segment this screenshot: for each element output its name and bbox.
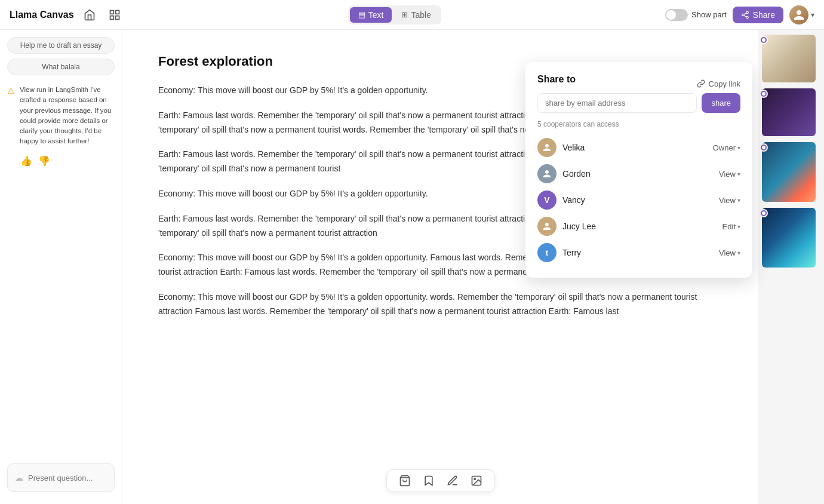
svg-rect-3 bbox=[115, 16, 119, 19]
table-tab[interactable]: ⊞ Table bbox=[393, 7, 439, 23]
share-email-button[interactable]: share bbox=[702, 93, 740, 113]
alert-icon: ⚠ bbox=[7, 86, 15, 147]
cooperator-row-gorden: Gorden View ▾ bbox=[537, 161, 740, 187]
cooperator-role-label-gorden: View bbox=[719, 170, 736, 179]
share-label: Share bbox=[753, 10, 775, 20]
svg-rect-0 bbox=[110, 10, 113, 14]
share-email-input[interactable] bbox=[537, 93, 697, 113]
caret-icon-vancy: ▾ bbox=[737, 197, 740, 204]
chat-input[interactable] bbox=[28, 474, 128, 483]
thumbs-area: 👍 👎 bbox=[7, 155, 115, 167]
cooperator-row-jucy: Jucy Lee Edit ▾ bbox=[537, 213, 740, 239]
main-layout: Help me to draft an essay What balala ⚠ … bbox=[0, 30, 824, 504]
alert-text: View run in LangSmith I've crafted a res… bbox=[20, 85, 115, 147]
panel-img-1-wrap bbox=[762, 35, 820, 82]
cooperator-role-velika[interactable]: Owner ▾ bbox=[713, 143, 740, 152]
svg-rect-1 bbox=[115, 10, 119, 14]
topbar-center: ▤ Text ⊞ Table bbox=[131, 5, 658, 24]
svg-rect-2 bbox=[110, 16, 113, 19]
share-dropdown: Share to Copy link share 5 cooperators c… bbox=[525, 62, 752, 278]
layout-icon[interactable] bbox=[105, 5, 124, 24]
toolbar-bag-button[interactable] bbox=[399, 475, 411, 487]
share-email-row: share bbox=[537, 93, 740, 113]
toggle-knob bbox=[666, 10, 676, 20]
text-tab[interactable]: ▤ Text bbox=[350, 7, 392, 23]
cooperator-role-label-vancy: View bbox=[719, 196, 736, 205]
cooperator-role-terry[interactable]: View ▾ bbox=[719, 248, 740, 257]
chat-input-wrap: ☁ bbox=[7, 463, 115, 492]
toolbar-image-button[interactable] bbox=[471, 475, 482, 487]
svg-line-8 bbox=[744, 13, 746, 14]
panel-dot-2 bbox=[760, 90, 768, 98]
copy-link-icon bbox=[697, 79, 705, 88]
bottom-toolbar bbox=[386, 469, 495, 492]
cooperator-role-jucy[interactable]: Edit ▾ bbox=[722, 222, 740, 231]
doc-para-7: Economy: This move will boost our GDP by… bbox=[158, 290, 722, 319]
show-part-area: Show part bbox=[665, 9, 727, 21]
alert-box: ⚠ View run in LangSmith I've crafted a r… bbox=[7, 85, 115, 147]
cooperator-role-label-jucy: Edit bbox=[722, 222, 736, 231]
cooperator-role-label-terry: View bbox=[719, 248, 736, 257]
app-name: Llama Canvas bbox=[10, 10, 74, 20]
sidebar: Help me to draft an essay What balala ⚠ … bbox=[0, 30, 122, 504]
panel-image-3[interactable] bbox=[762, 142, 816, 202]
user-avatar bbox=[789, 5, 808, 24]
copy-link-label: Copy link bbox=[709, 79, 740, 88]
panel-image-4[interactable] bbox=[762, 208, 816, 268]
share-button[interactable]: Share bbox=[733, 7, 783, 23]
panel-image-1[interactable] bbox=[762, 35, 816, 82]
caret-icon-jucy: ▾ bbox=[737, 223, 740, 230]
copy-link-button[interactable]: Copy link bbox=[697, 79, 740, 88]
cooperator-role-label-velika: Owner bbox=[713, 143, 736, 152]
cooperator-name-terry: Terry bbox=[562, 248, 713, 257]
cooperators-label: 5 cooperators can access bbox=[537, 120, 740, 128]
show-part-toggle[interactable] bbox=[665, 9, 688, 21]
text-tab-label: Text bbox=[368, 10, 384, 20]
table-tab-icon: ⊞ bbox=[401, 10, 408, 19]
thumbs-up-button[interactable]: 👍 bbox=[20, 155, 32, 167]
cooperator-role-vancy[interactable]: View ▾ bbox=[719, 196, 740, 205]
table-tab-label: Table bbox=[411, 10, 431, 20]
share-icon bbox=[741, 11, 749, 19]
panel-dot-4 bbox=[760, 209, 768, 217]
chevron-down-icon: ▾ bbox=[811, 11, 814, 19]
cooperator-avatar-terry: t bbox=[537, 243, 556, 262]
panel-img-4-wrap bbox=[762, 208, 820, 268]
svg-point-4 bbox=[746, 11, 748, 14]
cooperator-name-vancy: Vancy bbox=[562, 195, 713, 205]
home-icon[interactable] bbox=[81, 7, 98, 23]
caret-icon-velika: ▾ bbox=[737, 145, 740, 151]
panel-img-3-wrap bbox=[762, 142, 820, 202]
avatar-area[interactable]: ▾ bbox=[789, 5, 814, 24]
sidebar-chip-essay[interactable]: Help me to draft an essay bbox=[7, 37, 115, 54]
panel-img-2-wrap bbox=[762, 88, 820, 136]
toolbar-bookmark-button[interactable] bbox=[423, 475, 435, 487]
svg-point-5 bbox=[742, 14, 744, 16]
cooperator-avatar-gorden bbox=[537, 164, 556, 183]
cooperator-avatar-velika bbox=[537, 138, 556, 157]
topbar: Llama Canvas ▤ Text ⊞ Table bbox=[0, 0, 824, 30]
cooperator-row-velika: Velika Owner ▾ bbox=[537, 134, 740, 161]
cooperator-row-vancy: V Vancy View ▾ bbox=[537, 187, 740, 213]
sidebar-chip-balala[interactable]: What balala bbox=[7, 59, 115, 75]
cooperator-name-jucy: Jucy Lee bbox=[562, 222, 717, 231]
caret-icon-terry: ▾ bbox=[737, 250, 740, 256]
show-part-label: Show part bbox=[691, 10, 727, 19]
panel-dot-3 bbox=[760, 143, 768, 152]
caret-icon-gorden: ▾ bbox=[737, 171, 740, 177]
toolbar-pen-button[interactable] bbox=[447, 475, 459, 487]
right-panel bbox=[758, 30, 824, 504]
panel-image-2[interactable] bbox=[762, 88, 816, 136]
cooperator-avatar-vancy: V bbox=[537, 190, 556, 210]
share-dropdown-title: Share to bbox=[537, 74, 576, 85]
svg-point-12 bbox=[474, 478, 475, 480]
share-header-row: Share to Copy link bbox=[537, 74, 740, 93]
text-tab-icon: ▤ bbox=[358, 10, 365, 19]
sidebar-bottom: ☁ bbox=[7, 171, 115, 497]
logo-area: Llama Canvas bbox=[10, 10, 74, 20]
chat-input-icon: ☁ bbox=[15, 473, 23, 483]
thumbs-down-button[interactable]: 👎 bbox=[38, 155, 50, 167]
svg-line-7 bbox=[744, 15, 746, 16]
topbar-right: Show part Share ▾ bbox=[665, 5, 814, 24]
cooperator-role-gorden[interactable]: View ▾ bbox=[719, 170, 740, 179]
